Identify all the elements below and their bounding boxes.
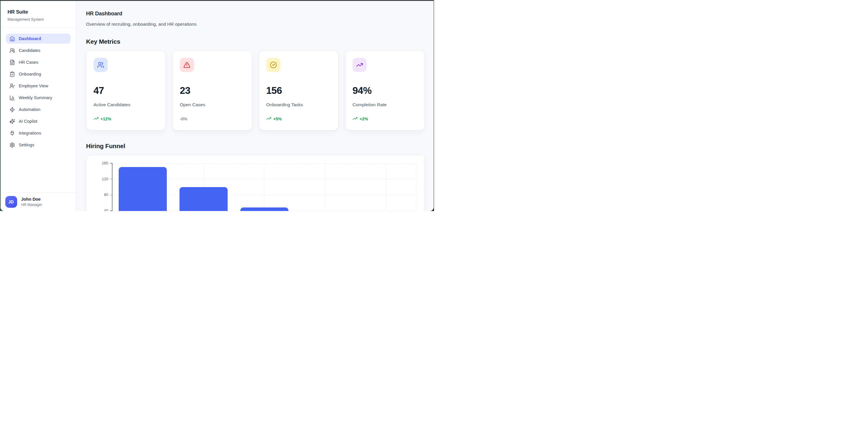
sidebar-item-label: HR Cases <box>19 60 38 65</box>
trend-value: -8% <box>180 117 187 121</box>
metric-card-active-candidates: 47 Active Candidates +12% <box>86 51 166 130</box>
file-text-icon <box>9 60 15 65</box>
app-title: HR Suite <box>8 8 69 15</box>
clipboard-check-icon <box>9 71 15 77</box>
trend-value: +5% <box>273 117 282 121</box>
avatar: JD <box>5 196 17 208</box>
section-title-hiring-funnel: Hiring Funnel <box>86 142 425 150</box>
page-subtitle: Overview of recruiting, onboarding, and … <box>86 21 425 27</box>
metric-label: Completion Rate <box>352 102 417 107</box>
gear-icon <box>9 142 15 148</box>
metric-value: 23 <box>180 86 245 96</box>
funnel-bar <box>240 207 288 211</box>
funnel-bar <box>119 167 167 211</box>
trending-up-icon <box>352 58 367 72</box>
sidebar: HR Suite Management System Dashboard Can… <box>1 1 76 211</box>
funnel-bar <box>180 187 228 211</box>
sidebar-item-weekly-summary[interactable]: Weekly Summary <box>6 93 70 103</box>
circle-check-icon <box>266 58 280 72</box>
sidebar-item-ai-copilot[interactable]: AI Copilot <box>6 116 70 126</box>
y-axis-label: 120 <box>95 177 108 182</box>
metric-label: Onboarding Tasks <box>266 102 331 107</box>
sparkles-icon <box>9 119 15 124</box>
sidebar-item-automation[interactable]: Automation <box>6 104 70 115</box>
y-axis-label: 40 <box>95 208 108 211</box>
alert-triangle-icon <box>180 58 194 72</box>
trend-value: +2% <box>360 117 368 121</box>
gridline-vertical <box>386 163 386 211</box>
sidebar-header: HR Suite Management System <box>1 1 76 28</box>
trending-up-icon <box>352 116 358 122</box>
metric-trend: -8% <box>180 116 245 121</box>
hiring-funnel-plot: 4080120160 <box>113 163 416 211</box>
metric-label: Open Cases <box>180 102 245 107</box>
user-name: John Doe <box>21 197 42 202</box>
metric-value: 156 <box>266 86 331 96</box>
sidebar-item-label: Settings <box>19 142 34 147</box>
chart-column-icon <box>9 95 15 101</box>
users-round-icon <box>9 48 15 54</box>
section-title-key-metrics: Key Metrics <box>86 38 425 45</box>
window-top-edge <box>0 0 434 1</box>
metric-trend: +12% <box>94 116 159 121</box>
metric-value: 47 <box>94 86 159 96</box>
user-profile[interactable]: JD John Doe HR Manager <box>1 192 76 211</box>
sidebar-item-label: AI Copilot <box>19 119 37 124</box>
metric-cards: 47 Active Candidates +12% 23 Open Cases <box>86 51 425 130</box>
sidebar-item-label: Onboarding <box>19 72 41 76</box>
user-role: HR Manager <box>21 202 42 207</box>
desktop-background: HR Suite Management System Dashboard Can… <box>0 0 434 211</box>
user-info: John Doe HR Manager <box>21 197 42 207</box>
trending-up-icon <box>266 116 271 122</box>
sidebar-item-label: Integrations <box>19 131 41 135</box>
page-title: HR Dashboard <box>86 10 425 17</box>
sidebar-item-settings[interactable]: Settings <box>6 140 70 150</box>
hiring-funnel-chart-card: 4080120160 <box>86 155 425 211</box>
home-icon <box>9 36 15 42</box>
plug-icon <box>9 130 15 136</box>
trending-up-icon <box>94 116 99 122</box>
sidebar-item-hr-cases[interactable]: HR Cases <box>6 57 70 67</box>
zap-icon <box>9 107 15 112</box>
users-icon <box>94 58 108 72</box>
metric-label: Active Candidates <box>94 102 159 107</box>
y-axis-label: 80 <box>95 192 108 197</box>
sidebar-item-label: Weekly Summary <box>19 95 52 100</box>
sidebar-item-employee-view[interactable]: Employee View <box>6 81 70 91</box>
sidebar-item-label: Employee View <box>19 84 49 88</box>
gridline-vertical <box>264 163 265 211</box>
sidebar-item-label: Dashboard <box>19 36 41 41</box>
metric-trend: +2% <box>352 116 417 121</box>
app-subtitle: Management System <box>8 17 69 22</box>
metric-card-open-cases: 23 Open Cases -8% <box>173 51 252 130</box>
trend-value: +12% <box>101 117 111 121</box>
sidebar-item-integrations[interactable]: Integrations <box>6 128 70 138</box>
metric-trend: +5% <box>266 116 331 121</box>
main-content: HR Dashboard Overview of recruiting, onb… <box>76 1 434 211</box>
user-check-icon <box>9 83 15 89</box>
gridline-vertical <box>325 163 326 211</box>
sidebar-item-label: Candidates <box>19 48 40 53</box>
sidebar-nav: Dashboard Candidates HR Cases <box>1 28 76 192</box>
y-axis-line <box>112 163 113 211</box>
metric-value: 94% <box>352 86 417 96</box>
sidebar-item-onboarding[interactable]: Onboarding <box>6 69 70 79</box>
metric-card-onboarding-tasks: 156 Onboarding Tasks +5% <box>259 51 339 130</box>
app-window: HR Suite Management System Dashboard Can… <box>1 1 434 211</box>
sidebar-item-dashboard[interactable]: Dashboard <box>6 34 70 44</box>
metric-card-completion-rate: 94% Completion Rate +2% <box>345 51 425 130</box>
sidebar-item-label: Automation <box>19 107 40 112</box>
y-axis-label: 160 <box>95 161 108 166</box>
sidebar-item-candidates[interactable]: Candidates <box>6 45 70 56</box>
